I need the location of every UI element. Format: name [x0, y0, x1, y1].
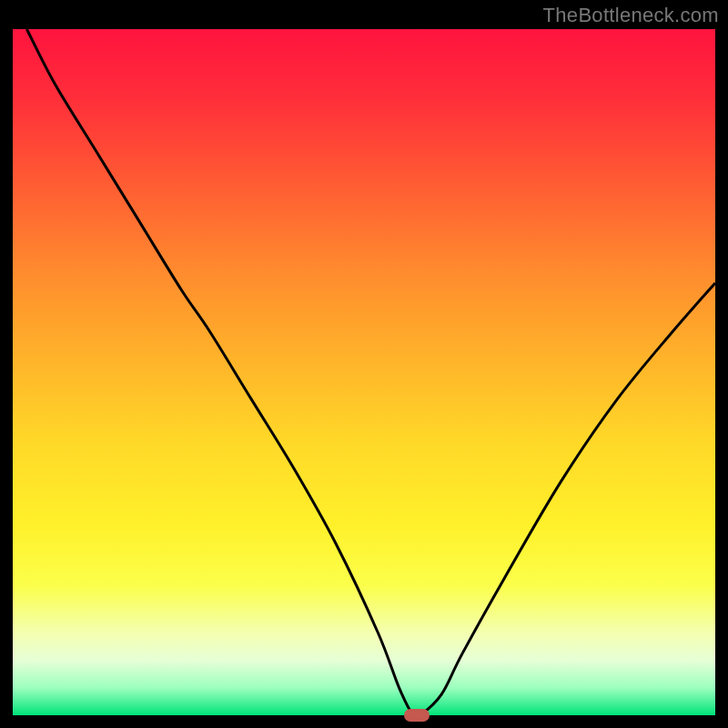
chart-frame: TheBottleneck.com	[0, 0, 728, 728]
attribution-text: TheBottleneck.com	[543, 4, 719, 27]
plot-area	[13, 29, 715, 715]
optimal-point-marker	[404, 709, 430, 722]
bottleneck-curve	[13, 29, 715, 715]
curve-path	[26, 29, 715, 715]
